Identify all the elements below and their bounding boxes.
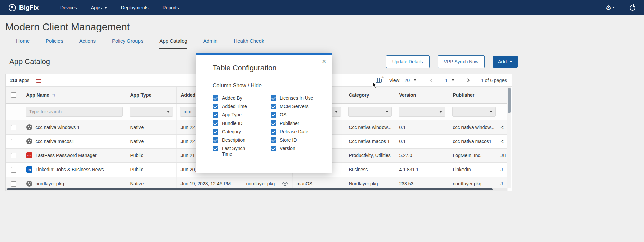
- tab-home[interactable]: Home: [16, 38, 30, 49]
- chevron-right-icon: [466, 78, 469, 82]
- column-toggle-added-by: Added By: [213, 95, 271, 101]
- pagination: 1: [425, 74, 475, 86]
- checkbox-checked-icon[interactable]: [213, 146, 218, 151]
- modal-section-title: Column Show / Hide: [213, 83, 332, 89]
- section-title: App Catalog: [9, 57, 50, 66]
- sphere-app-icon: [26, 138, 32, 144]
- col-app-type: App Type: [126, 87, 176, 103]
- checkbox-checked-icon[interactable]: [213, 95, 218, 101]
- next-page-button[interactable]: [460, 74, 475, 86]
- bigfix-logo-icon: [9, 4, 16, 11]
- column-toggle-publisher: Publisher: [271, 120, 328, 126]
- close-icon[interactable]: ×: [322, 58, 326, 65]
- chevron-down-icon: [439, 111, 442, 113]
- table-export-icon[interactable]: [36, 78, 41, 83]
- sphere-app-icon: [26, 181, 32, 187]
- col-app-name: App Name: [26, 92, 49, 98]
- view-description-eye-icon[interactable]: [282, 182, 288, 186]
- column-config-icon[interactable]: [376, 78, 382, 83]
- column-toggle-last-synch-time: Last Synch Time: [213, 146, 271, 157]
- tab-admin[interactable]: Admin: [203, 38, 218, 49]
- gear-icon: ⚙: [606, 5, 611, 11]
- vertical-scrollbar-thumb[interactable]: [508, 88, 511, 113]
- col-publisher: Publisher: [449, 87, 499, 103]
- page-number-select[interactable]: 1: [439, 74, 460, 86]
- column-toggle-mcm-servers: MCM Servers: [271, 104, 328, 109]
- add-button[interactable]: Add: [493, 56, 518, 68]
- search-input[interactable]: [26, 107, 123, 117]
- sphere-app-icon: [26, 124, 32, 130]
- column-toggle-list: Added By Added Time App Type Bundle ID C…: [213, 95, 332, 157]
- tab-policies[interactable]: Policies: [46, 38, 63, 49]
- select-all-checkbox[interactable]: [11, 92, 16, 98]
- tab-actions[interactable]: Actions: [79, 38, 96, 49]
- sort-icon[interactable]: ↑↓: [52, 92, 55, 97]
- vertical-scrollbar[interactable]: [507, 87, 511, 188]
- tab-bar: Home Policies Actions Policy Groups App …: [0, 37, 644, 49]
- page-summary: 1 of 6 pages: [475, 78, 507, 83]
- chevron-down-icon: [510, 61, 512, 63]
- brand-name: BigFix: [19, 4, 39, 11]
- horizontal-scrollbar-thumb[interactable]: [7, 188, 493, 190]
- tab-health-check[interactable]: Health Check: [234, 38, 264, 49]
- checkbox-checked-icon[interactable]: [213, 137, 218, 143]
- checkbox-checked-icon[interactable]: [271, 120, 276, 126]
- checkbox-checked-icon[interactable]: [271, 104, 276, 109]
- nav-devices[interactable]: Devices: [60, 5, 77, 10]
- row-checkbox[interactable]: [11, 125, 16, 130]
- column-toggle-store-id: Store ID: [271, 137, 328, 143]
- power-icon[interactable]: [630, 5, 635, 11]
- checkbox-checked-icon[interactable]: [213, 129, 218, 135]
- prev-page-button[interactable]: [425, 74, 439, 86]
- view-label: View:: [389, 78, 401, 83]
- tab-policy-groups[interactable]: Policy Groups: [112, 38, 143, 49]
- modal-accent-bar: [196, 53, 332, 55]
- filter-app-type[interactable]: [130, 107, 173, 117]
- horizontal-scrollbar[interactable]: [6, 188, 507, 191]
- filter-version[interactable]: [399, 107, 445, 117]
- chevron-down-icon: [490, 111, 492, 113]
- checkbox-checked-icon[interactable]: [213, 104, 218, 109]
- column-toggle-description: Description: [213, 137, 271, 143]
- main-nav: Devices Apps Deployments Reports: [60, 5, 179, 10]
- row-checkbox[interactable]: [11, 153, 16, 158]
- chevron-left-icon: [430, 78, 434, 82]
- nav-reports[interactable]: Reports: [162, 5, 179, 10]
- nav-apps[interactable]: Apps: [91, 5, 107, 10]
- checkbox-checked-icon[interactable]: [271, 112, 276, 118]
- checkbox-checked-icon[interactable]: [271, 146, 276, 151]
- column-toggle-added-time: Added Time: [213, 104, 271, 109]
- filter-publisher[interactable]: [452, 107, 496, 117]
- navbar-right: ⚙: [606, 5, 635, 11]
- settings-menu[interactable]: ⚙: [606, 5, 615, 11]
- chevron-down-icon: [414, 79, 416, 81]
- checkbox-checked-icon[interactable]: [213, 120, 218, 126]
- checkbox-checked-icon[interactable]: [213, 112, 218, 118]
- chevron-down-icon: [613, 7, 615, 8]
- top-navbar: BigFix Devices Apps Deployments Reports …: [0, 0, 644, 15]
- row-checkbox[interactable]: [11, 167, 16, 173]
- vpp-synch-button[interactable]: VPP Synch Now: [438, 55, 485, 68]
- column-toggle-release-date: Release Date: [271, 129, 328, 135]
- apps-count-label: apps: [19, 78, 29, 83]
- checkbox-checked-icon[interactable]: [271, 137, 276, 143]
- bigfix-logo[interactable]: BigFix: [9, 4, 39, 11]
- toolbar-right: View: 20 1 1 of 6 pages: [376, 74, 507, 86]
- nav-deployments[interactable]: Deployments: [121, 5, 149, 10]
- row-checkbox[interactable]: [11, 139, 16, 144]
- tab-app-catalog[interactable]: App Catalog: [159, 38, 187, 49]
- update-details-button[interactable]: Update Details: [386, 55, 430, 68]
- section-actions: Update Details VPP Synch Now Add: [386, 55, 518, 68]
- linkedin-app-icon: in: [26, 166, 32, 173]
- modal-title: Table Configuration: [213, 64, 332, 72]
- row-checkbox[interactable]: [11, 181, 16, 187]
- lastpass-app-icon: •••: [26, 152, 32, 158]
- table-config-modal: × Table Configuration Column Show / Hide…: [196, 53, 332, 173]
- chevron-down-icon: [452, 79, 454, 81]
- column-toggle-app-type: App Type: [213, 112, 271, 118]
- filter-category[interactable]: [348, 107, 392, 117]
- chevron-down-icon: [167, 111, 170, 113]
- checkbox-checked-icon[interactable]: [271, 95, 276, 101]
- checkbox-checked-icon[interactable]: [271, 129, 276, 135]
- page-size-select[interactable]: 20: [405, 78, 417, 83]
